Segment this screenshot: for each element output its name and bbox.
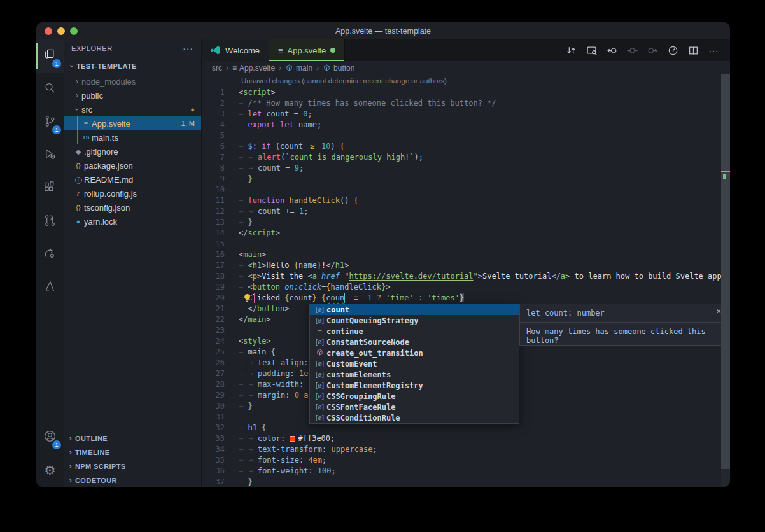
close-icon[interactable]: ×	[717, 307, 721, 316]
code-line[interactable]: 8→ → count = 9;	[202, 163, 730, 174]
scrollbar-slider[interactable]	[721, 74, 730, 469]
open-preview-icon[interactable]	[586, 45, 598, 57]
explorer-item-src[interactable]: ›src●	[64, 102, 201, 116]
azure-icon	[43, 279, 57, 297]
activity-item-azure[interactable]	[36, 271, 64, 304]
suggest-item-CustomEvent[interactable]: [∅]CustomEvent	[310, 358, 519, 369]
navigate-back-icon[interactable]	[606, 45, 618, 57]
explorer-item-node_modules[interactable]: ›node_modules	[64, 74, 201, 88]
code-line[interactable]: 7→ → alert(`count is dangerously high!`)…	[202, 152, 730, 163]
more-actions-icon[interactable]: ···	[708, 45, 720, 57]
file-label: node_modules	[81, 77, 195, 87]
sidebar-section-outline[interactable]: ›OUTLINE	[64, 431, 201, 445]
suggest-item-create_out_transition[interactable]: create_out_transition	[310, 347, 519, 358]
explorer-item-main.ts[interactable]: TSmain.ts	[64, 130, 201, 144]
code-line[interactable]: 11→ function handleClick() {	[202, 195, 730, 206]
code-editor[interactable]: Unsaved changes (cannot determine recent…	[202, 74, 730, 487]
code-line[interactable]: 14</script>	[202, 228, 730, 239]
code-line[interactable]: 5	[202, 130, 730, 141]
breadcrumb-item-button[interactable]: button	[323, 64, 354, 73]
vscode-logo-icon	[211, 45, 221, 55]
code-line[interactable]: 34→ → text-transform: uppercase;	[202, 444, 730, 455]
breadcrumb-item-main[interactable]: main	[285, 64, 312, 73]
symbol-variable-icon: [∅]	[312, 317, 326, 324]
workspace-section-header[interactable]: › TEST-TEMPLATE	[64, 57, 201, 74]
explorer-item-package.json[interactable]: {}package.json	[64, 158, 201, 172]
suggest-item-CSSFontFaceRule[interactable]: [∅]CSSFontFaceRule	[310, 402, 519, 412]
code-line[interactable]: 32→ h1 {	[202, 423, 730, 433]
breadcrumb-item-src[interactable]: src	[212, 64, 222, 73]
code-line[interactable]: 37→ }	[202, 477, 730, 487]
open-changes-icon[interactable]	[565, 45, 577, 57]
activity-item-accounts[interactable]: 1	[36, 421, 64, 454]
explorer-item-.gitignore[interactable]: ◆.gitignore	[64, 144, 201, 158]
code-line[interactable]: 35→ → font-size: 4em;	[202, 455, 730, 466]
suggest-item-CSSConditionRule[interactable]: [∅]CSSConditionRule	[310, 412, 519, 423]
activity-item-explorer[interactable]: 1	[36, 39, 64, 73]
extensions-icon	[43, 180, 57, 197]
sidebar-section-npm-scripts[interactable]: ›NPM SCRIPTS	[64, 459, 201, 473]
activity-item-run-debug[interactable]	[36, 139, 64, 172]
explorer-item-README.md[interactable]: iREADME.md	[64, 172, 201, 186]
file-label: yarn.lock	[84, 217, 195, 227]
code-line[interactable]: 3→ let count = 0;	[202, 109, 730, 120]
line-number: 9	[202, 174, 225, 185]
activity-item-pull-requests[interactable]	[36, 205, 64, 238]
code-line[interactable]: 18→ <p>Visit the <a href="https://svelte…	[202, 271, 730, 282]
code-line[interactable]: 17→ <h1>Hello {name}!</h1>	[202, 260, 730, 271]
code-line[interactable]: 12→ → count += 1;	[202, 206, 730, 217]
suggest-item-CountQueuingStrategy[interactable]: [∅]CountQueuingStrategy	[310, 315, 519, 326]
explorer-item-yarn.lock[interactable]: ●yarn.lock	[64, 214, 201, 228]
activity-bar: 111⚙	[36, 39, 64, 487]
activity-item-settings[interactable]: ⚙	[36, 454, 64, 487]
codelens-annotation[interactable]: Unsaved changes (cannot determine recent…	[202, 74, 730, 87]
breadcrumb-item-app-svelte[interactable]: ≡App.svelte	[232, 64, 275, 73]
code-line[interactable]: 6→ $: if (count ≥ 10) {	[202, 141, 730, 152]
activity-item-search[interactable]	[36, 73, 64, 106]
split-editor-icon[interactable]	[687, 45, 699, 57]
line-number: 31	[202, 412, 225, 423]
code-line[interactable]: 16<main>	[202, 249, 730, 260]
editor-scrollbar[interactable]	[721, 74, 730, 487]
code-line[interactable]: 19→ <button on:click={handleClick}>	[202, 282, 730, 293]
tab-app-svelte[interactable]: ≡App.svelte	[269, 39, 345, 61]
suggest-item-CSSGroupingRule[interactable]: [∅]CSSGroupingRule	[310, 391, 519, 402]
code-line[interactable]: 1<script>	[202, 87, 730, 98]
activity-item-extensions[interactable]	[36, 172, 64, 205]
sidebar-section-codetour[interactable]: ›CODETOUR	[64, 473, 201, 487]
more-actions-icon[interactable]: ···	[183, 43, 193, 53]
chevron-down-icon: ›	[73, 105, 81, 114]
suggest-item-continue[interactable]: ≡continue	[310, 326, 519, 337]
code-line[interactable]: 15	[202, 239, 730, 249]
explorer-item-App.svelte[interactable]: ≡App.svelte1, M	[64, 116, 201, 130]
navigate-forward-icon	[647, 45, 659, 57]
activity-item-source-control[interactable]: 1	[36, 106, 64, 139]
explorer-item-tsconfig.json[interactable]: {}tsconfig.json	[64, 200, 201, 214]
tab-welcome[interactable]: Welcome	[202, 39, 269, 61]
suggest-item-ConstantSourceNode[interactable]: [∅]ConstantSourceNode	[310, 337, 519, 347]
file-label: README.md	[84, 175, 195, 185]
sidebar-section-timeline[interactable]: ›TIMELINE	[64, 445, 201, 459]
sidebar-sections: ›OUTLINE›TIMELINE›NPM SCRIPTS›CODETOUR	[64, 431, 201, 487]
code-line[interactable]: 9→ }	[202, 174, 730, 185]
code-line[interactable]: 33→ → color: #ff3e00;	[202, 433, 730, 444]
suggest-item-CustomElementRegistry[interactable]: [∅]CustomElementRegistry	[310, 380, 519, 391]
explorer-item-rollup.config.js[interactable]: rrollup.config.js	[64, 186, 201, 200]
lightbulb-icon[interactable]	[242, 293, 252, 303]
code-line[interactable]: 36→ → font-weight: 100;	[202, 466, 730, 477]
current-position-icon	[626, 45, 638, 57]
suggest-item-count[interactable]: [∅]count	[310, 304, 519, 315]
code-line[interactable]: 20→ Clicked {count} {coun ≡ 1 ? 'time' :…	[202, 293, 730, 304]
run-preview-icon[interactable]	[667, 45, 679, 57]
hover-signature: let count: number	[526, 309, 720, 318]
code-line[interactable]: 2→ /** How many times has someone clicke…	[202, 98, 730, 109]
code-line[interactable]: 13→ }	[202, 217, 730, 228]
chevron-right-icon: ›	[73, 77, 81, 86]
chevron-right-icon: ›	[66, 462, 75, 471]
code-line[interactable]: 4→ export let name;	[202, 120, 730, 130]
chevron-right-icon: ›	[73, 91, 81, 100]
activity-item-live-share[interactable]	[36, 238, 64, 271]
explorer-item-public[interactable]: ›public	[64, 88, 201, 102]
code-line[interactable]: 10	[202, 185, 730, 195]
suggest-item-customElements[interactable]: [∅]customElements	[310, 369, 519, 380]
